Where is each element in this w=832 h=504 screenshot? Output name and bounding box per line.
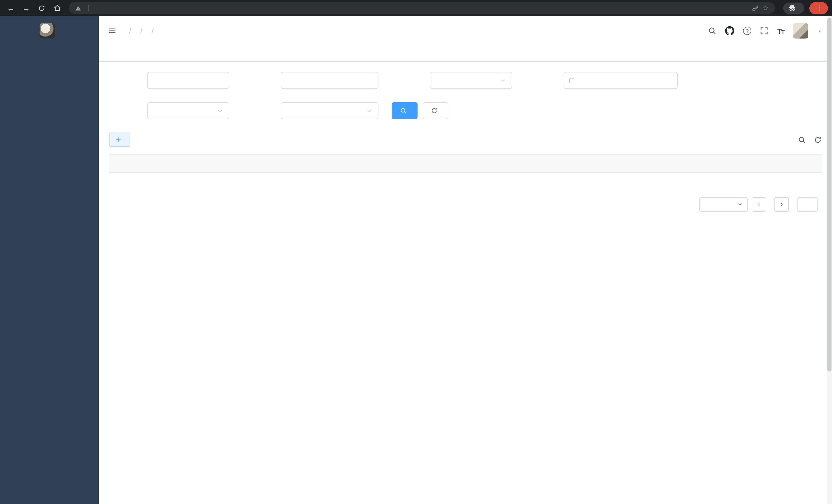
- submit-time-range[interactable]: [564, 72, 678, 89]
- not-secure-warning-icon: [75, 5, 81, 11]
- next-page-button[interactable]: [774, 197, 789, 212]
- process-name-input[interactable]: [147, 72, 229, 89]
- status-select[interactable]: [147, 102, 229, 119]
- browser-home-icon[interactable]: [50, 2, 64, 14]
- incognito-badge: [783, 2, 804, 13]
- prev-page-button[interactable]: [752, 197, 766, 212]
- fullscreen-icon[interactable]: [760, 27, 768, 35]
- browser-update-button[interactable]: [809, 2, 828, 14]
- github-icon[interactable]: [725, 26, 734, 35]
- table-toolbar: [109, 133, 822, 147]
- content: [99, 62, 832, 504]
- address-bar[interactable]: [69, 2, 775, 14]
- toolbar-search-icon[interactable]: [798, 136, 806, 144]
- chevron-down-icon: [500, 77, 506, 83]
- sidebar: [0, 16, 99, 504]
- category-select[interactable]: [430, 72, 512, 89]
- col-result: [515, 155, 576, 172]
- sidebar-toggle-icon[interactable]: [108, 27, 116, 35]
- goto-page-input[interactable]: [797, 197, 817, 212]
- col-current-task: [391, 155, 458, 172]
- browser-menu-icon[interactable]: [816, 5, 823, 11]
- page-header: / / /: [99, 16, 832, 46]
- col-status: [458, 155, 515, 172]
- process-table: [109, 154, 822, 173]
- col-name: [273, 155, 334, 172]
- toolbar-refresh-icon[interactable]: [814, 136, 822, 144]
- page-size-select[interactable]: [699, 197, 748, 212]
- screenshot-root: / / /: [0, 0, 832, 504]
- scrollbar-thumb[interactable]: [827, 18, 831, 371]
- omnibox-divider: [88, 5, 89, 11]
- create-process-button[interactable]: [109, 133, 130, 147]
- search-icon[interactable]: [708, 27, 716, 35]
- result-select[interactable]: [281, 102, 379, 119]
- col-category: [334, 155, 391, 172]
- filter-form: [109, 72, 822, 119]
- chevron-down-icon: [366, 108, 372, 114]
- chevron-down-icon: [217, 108, 223, 114]
- process-def-input[interactable]: [281, 72, 379, 89]
- incognito-icon: [788, 4, 796, 12]
- browser-back-icon[interactable]: [4, 2, 18, 14]
- header-actions: [708, 23, 823, 38]
- reset-button[interactable]: [423, 102, 448, 119]
- question-icon[interactable]: [743, 27, 751, 35]
- chevron-down-icon: [737, 201, 743, 207]
- calendar-icon: [569, 77, 575, 83]
- font-size-icon[interactable]: [777, 26, 784, 35]
- plus-icon: [115, 137, 121, 143]
- user-avatar[interactable]: [793, 23, 808, 38]
- tabs-bar: [99, 46, 832, 62]
- search-button[interactable]: [392, 102, 418, 119]
- app-logo[interactable]: [0, 16, 99, 46]
- browser-forward-icon[interactable]: [20, 2, 33, 14]
- breadcrumb: / / /: [125, 27, 158, 35]
- table-header-row: [109, 155, 822, 172]
- col-end-time: [665, 155, 757, 172]
- col-submit-time: [576, 155, 665, 172]
- main-area: / / /: [99, 16, 832, 504]
- password-key-icon[interactable]: [752, 4, 759, 11]
- page-scrollbar[interactable]: [827, 16, 832, 504]
- logo-image: [39, 23, 55, 38]
- browser-chrome: [0, 0, 832, 16]
- caret-down-icon[interactable]: [817, 28, 823, 34]
- pagination: [109, 197, 822, 212]
- browser-reload-icon[interactable]: [35, 2, 48, 14]
- col-id: [109, 155, 273, 172]
- col-actions: [757, 155, 822, 172]
- bookmark-star-icon[interactable]: [763, 4, 769, 12]
